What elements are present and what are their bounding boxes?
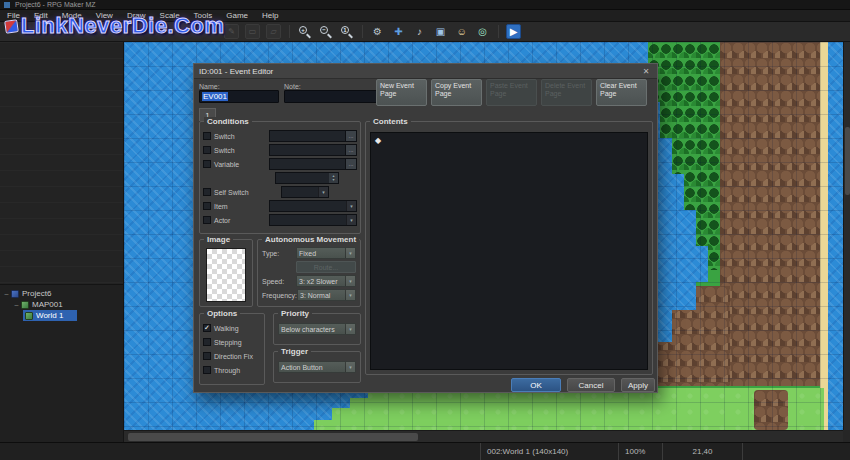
map-icon [21,301,29,309]
stepping-checkbox[interactable] [203,338,211,346]
database-icon[interactable]: ⚙ [370,24,385,39]
command-bullet[interactable]: ◆ [375,136,381,145]
direction-fix-checkbox[interactable] [203,352,211,360]
delete-event-page-button: Delete Event Page [541,79,592,106]
menu-help[interactable]: Help [255,10,285,22]
priority-select[interactable]: Below characters▾ [278,323,356,335]
image-group: Image [199,239,253,307]
stepping-label: Stepping [214,339,242,346]
copy-event-page-button[interactable]: Copy Event Page [431,79,482,106]
direction-fix-label: Direction Fix [214,353,253,360]
item-checkbox[interactable] [203,202,211,210]
switch1-checkbox[interactable] [203,132,211,140]
self-switch-select[interactable]: ▾ [281,186,329,198]
tree-item-map001[interactable]: – MAP001 [0,299,123,310]
event-searcher-icon[interactable]: ◎ [475,24,490,39]
variable-value-spinner[interactable]: ▴▾ [275,172,339,184]
item-select[interactable]: ▾ [269,200,357,212]
actor-checkbox[interactable] [203,216,211,224]
toolbar-separator [289,25,290,38]
event-name-input[interactable]: EV001 [199,90,279,103]
pencil-tool-icon[interactable]: ✎ [224,24,239,39]
horizontal-scrollbar[interactable] [124,430,843,442]
switch1-label: Switch [214,133,235,140]
zoom-in-icon[interactable]: + [297,24,312,39]
picker-button[interactable]: ... [345,145,356,155]
map-mountains [754,390,788,430]
self-switch-checkbox[interactable] [203,188,211,196]
event-editor-dialog: ID:001 - Event Editor ✕ Name: EV001 Note… [193,63,658,393]
character-generator-icon[interactable]: ☺ [454,24,469,39]
event-commands-list[interactable]: ◆ [370,132,648,370]
variable-checkbox[interactable] [203,160,211,168]
spin-down-icon[interactable]: ▾ [332,178,334,182]
event-note-input[interactable] [284,90,377,103]
tileset-palette[interactable] [0,42,123,284]
vertical-scrollbar[interactable] [843,42,850,430]
menu-game[interactable]: Game [219,10,255,22]
vertical-scrollbar-thumb[interactable] [845,127,850,195]
dialog-title: ID:001 - Event Editor [199,67,273,76]
map-beach-strip [820,42,828,430]
apply-button[interactable]: Apply [621,378,655,392]
zoom-out-icon[interactable]: − [318,24,333,39]
app-icon [4,2,10,8]
note-label: Note: [284,83,301,90]
clear-event-page-button[interactable]: Clear Event Page [596,79,647,106]
autonomous-movement-group: Autonomous Movement Type: Fixed▾ Route..… [257,239,361,307]
plugin-manager-icon[interactable]: ✚ [391,24,406,39]
project-icon [11,290,19,298]
switch2-picker[interactable]: ... [269,144,357,156]
scrollbar-corner [843,430,850,442]
movement-frequency-select[interactable]: 3: Normal▾ [297,289,356,301]
picker-button[interactable]: ... [345,159,356,169]
movement-type-value: Fixed [299,250,316,257]
menu-view[interactable]: View [89,10,120,22]
tree-expander-icon[interactable]: – [3,290,10,297]
status-spacer [742,443,850,460]
picker-button[interactable]: ... [345,131,356,141]
walking-label: Walking [214,325,239,332]
options-title: Options [204,309,240,318]
route-button: Route... [296,261,356,273]
menu-edit[interactable]: Edit [27,10,55,22]
cancel-button[interactable]: Cancel [567,378,615,392]
menu-tools[interactable]: Tools [187,10,220,22]
tree-item-world1[interactable]: World 1 [0,310,123,321]
tree-item-project[interactable]: – Project6 [0,288,123,299]
variable-picker[interactable]: ... [269,158,357,170]
priority-title: Priority [278,309,312,318]
through-checkbox[interactable] [203,366,211,374]
zoom-actual-icon[interactable]: 1 [339,24,354,39]
new-event-page-button[interactable]: New Event Page [376,79,427,106]
trigger-select[interactable]: Action Button▾ [278,361,356,373]
menu-scale[interactable]: Scale [153,10,187,22]
close-icon[interactable]: ✕ [640,67,652,76]
menu-file[interactable]: File [0,10,27,22]
event-image-placeholder[interactable] [206,248,246,302]
switch1-picker[interactable]: ... [269,130,357,142]
resource-manager-icon[interactable]: ▣ [433,24,448,39]
actor-select[interactable]: ▾ [269,214,357,226]
trigger-group: Trigger Action Button▾ [273,351,361,383]
movement-frequency-value: 3: Normal [300,292,330,299]
horizontal-scrollbar-thumb[interactable] [128,433,418,441]
toolbar-separator [362,25,363,38]
menu-draw[interactable]: Draw [120,10,153,22]
priority-value: Below characters [281,326,335,333]
sound-test-icon[interactable]: ♪ [412,24,427,39]
fill-tool-icon[interactable]: ▱ [266,24,281,39]
movement-type-select[interactable]: Fixed▾ [296,247,356,259]
tree-expander-icon[interactable]: – [13,301,20,308]
playtest-icon[interactable]: ▶ [506,24,521,39]
paste-event-page-button: Paste Event Page [486,79,537,106]
window-titlebar: Project6 - RPG Maker MZ [0,0,850,10]
switch2-checkbox[interactable] [203,146,211,154]
menu-mode[interactable]: Mode [55,10,89,22]
ok-button[interactable]: OK [511,378,561,392]
movement-speed-select[interactable]: 3: x2 Slower▾ [296,275,356,287]
name-label: Name: [199,83,220,90]
dialog-titlebar[interactable]: ID:001 - Event Editor ✕ [194,64,657,79]
walking-checkbox[interactable]: ✓ [203,324,211,332]
rectangle-tool-icon[interactable]: ▭ [245,24,260,39]
